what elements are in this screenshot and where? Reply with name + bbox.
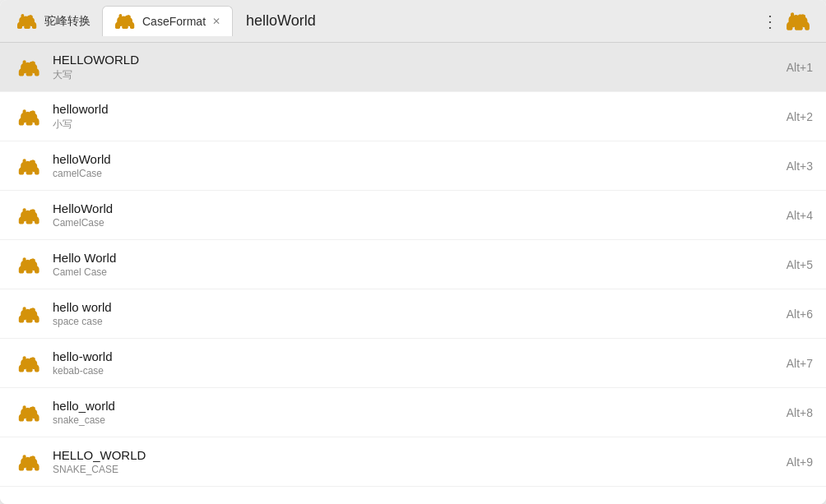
list-item[interactable]: helloWorld camelCase Alt+3	[0, 141, 826, 191]
plugin-label: 驼峰转换	[7, 8, 99, 35]
plugin-name-label: 驼峰转换	[44, 14, 90, 29]
item-primary-4: HelloWorld	[53, 201, 787, 215]
list-item[interactable]: HELLOWORLD 大写 Alt+1	[0, 43, 826, 92]
list-item[interactable]: Hello World Camel Case Alt+5	[0, 240, 826, 289]
item-text-5: Hello World Camel Case	[43, 251, 787, 278]
item-secondary-3: camelCase	[53, 168, 787, 179]
item-primary-7: hello-world	[53, 349, 787, 363]
list-item[interactable]: hello-world kebab-case Alt+7	[0, 339, 826, 388]
header-camel-svg	[783, 7, 813, 36]
item-camel-icon-6	[13, 304, 43, 324]
item-camel-icon-9	[13, 452, 43, 472]
item-text-3: helloWorld camelCase	[43, 152, 787, 179]
item-shortcut-8: Alt+8	[787, 406, 813, 419]
item-camel-icon-8	[13, 403, 43, 423]
list-item[interactable]: helloworld 小写 Alt+2	[0, 92, 826, 141]
item-primary-2: helloworld	[53, 102, 787, 116]
item-secondary-2: 小写	[53, 118, 787, 132]
item-text-9: HELLO_WORLD SNAKE_CASE	[43, 448, 787, 475]
header-bar: 驼峰转换 CaseFormat ✕ helloWorld ⋮	[0, 0, 826, 43]
item-shortcut-7: Alt+7	[787, 357, 813, 370]
item-secondary-6: space case	[53, 316, 787, 327]
item-primary-6: hello world	[53, 300, 787, 314]
item-secondary-8: snake_case	[53, 414, 787, 426]
list-item[interactable]: hello_world snake_case Alt+8	[0, 388, 826, 437]
item-camel-icon-5	[13, 255, 43, 275]
search-input-display[interactable]: helloWorld	[233, 12, 762, 30]
item-primary-3: helloWorld	[53, 152, 787, 166]
plugin-camel-icon	[15, 12, 39, 31]
app-window: 驼峰转换 CaseFormat ✕ helloWorld ⋮	[0, 0, 826, 504]
item-camel-icon-3	[13, 156, 43, 176]
item-shortcut-3: Alt+3	[787, 160, 813, 173]
item-shortcut-4: Alt+4	[787, 209, 813, 222]
item-secondary-5: Camel Case	[53, 266, 787, 278]
item-text-8: hello_world snake_case	[43, 399, 787, 426]
item-secondary-4: CamelCase	[53, 217, 787, 229]
tab-caseformat[interactable]: CaseFormat ✕	[102, 6, 233, 36]
item-secondary-9: SNAKE_CASE	[53, 464, 787, 475]
item-secondary-7: kebab-case	[53, 365, 787, 377]
item-text-7: hello-world kebab-case	[43, 349, 787, 377]
item-text-1: HELLOWORLD 大写	[43, 53, 787, 82]
item-camel-icon-7	[13, 354, 43, 373]
item-text-6: hello world space case	[43, 300, 787, 327]
item-shortcut-9: Alt+9	[787, 455, 813, 469]
item-camel-icon-4	[13, 206, 43, 225]
item-shortcut-2: Alt+2	[787, 110, 813, 123]
item-primary-1: HELLOWORLD	[53, 53, 787, 67]
header-actions: ⋮	[762, 7, 819, 36]
item-camel-icon-2	[13, 107, 43, 127]
tab-camel-icon	[113, 12, 137, 31]
item-primary-5: Hello World	[53, 251, 787, 265]
item-primary-9: HELLO_WORLD	[53, 448, 787, 462]
item-secondary-1: 大写	[53, 68, 787, 82]
more-options-icon[interactable]: ⋮	[762, 13, 778, 30]
results-list: HELLOWORLD 大写 Alt+1 helloworld 小写 Alt+2	[0, 43, 826, 504]
tab-label: CaseFormat	[142, 15, 206, 28]
item-shortcut-1: Alt+1	[787, 61, 813, 74]
item-shortcut-6: Alt+6	[787, 307, 813, 321]
item-primary-8: hello_world	[53, 399, 787, 413]
list-item[interactable]: hello world space case Alt+6	[0, 289, 826, 339]
item-text-4: HelloWorld CamelCase	[43, 201, 787, 229]
header-camel-icon	[783, 7, 813, 36]
item-shortcut-5: Alt+5	[787, 258, 813, 271]
item-camel-icon-1	[13, 58, 43, 77]
tab-close-button[interactable]: ✕	[211, 16, 222, 27]
list-item[interactable]: HelloWorld CamelCase Alt+4	[0, 191, 826, 240]
list-item[interactable]: HELLO_WORLD SNAKE_CASE Alt+9	[0, 437, 826, 487]
item-text-2: helloworld 小写	[43, 102, 787, 132]
